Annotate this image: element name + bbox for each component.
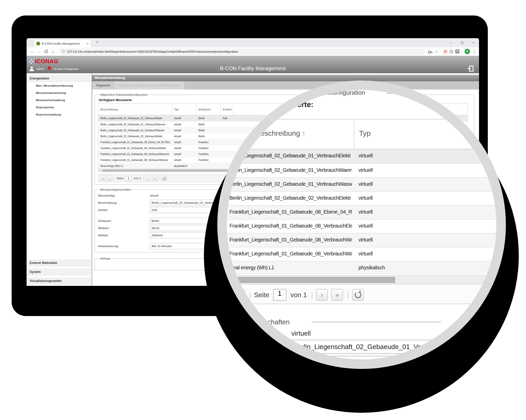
last-page-button[interactable]: » bbox=[152, 176, 157, 181]
fieldset-legend: Abfrage bbox=[99, 257, 111, 260]
new-tab-button[interactable]: + bbox=[94, 40, 100, 44]
browser-menu-icon[interactable]: ⋮ bbox=[472, 50, 476, 54]
profile-avatar[interactable]: D bbox=[465, 49, 470, 54]
einheit-label: Einheit: bbox=[98, 208, 150, 212]
toolbar-separator bbox=[462, 50, 462, 54]
sidebar-section-visualisierungsseiten[interactable]: Visualisierungsseiten bbox=[27, 278, 91, 285]
first-page-button[interactable]: « bbox=[100, 176, 106, 181]
magnifier-circle: Allgemeine Datenpunktkonfiguration Verfü… bbox=[217, 80, 506, 369]
view-tabs: Allgemein Erweiterte virtuelle Messwertk… bbox=[92, 81, 479, 90]
app-header: ICONAG admin 19 neue Ereignisse B-CON Fa… bbox=[27, 56, 479, 73]
back-button[interactable]: ← bbox=[29, 49, 36, 54]
bookmark-star-icon[interactable]: ☆ bbox=[435, 50, 438, 54]
home-button[interactable]: ⌂ bbox=[50, 49, 56, 54]
sidebar-item-reportverwaltung[interactable]: Reportverwaltung bbox=[27, 111, 92, 118]
mag-refresh-icon bbox=[355, 292, 361, 298]
logout-icon[interactable] bbox=[467, 66, 474, 72]
mag-von-label: von 1 bbox=[291, 291, 307, 299]
historisierung-label: Historiesierung: bbox=[98, 245, 150, 248]
column-header-beschreibung[interactable]: Beschreibung↑ bbox=[98, 104, 172, 115]
mag-column-beschreibung: Beschreibung↑ bbox=[256, 129, 306, 138]
sidebar-item-reportarchiv[interactable]: Reportarchiv bbox=[27, 104, 92, 111]
mag-beschreibung-field: Berlin_Liegenschaft_02_Gebaeude_01_Verbr… bbox=[289, 340, 433, 354]
seite-label: Seite bbox=[117, 177, 123, 180]
reload-button[interactable] bbox=[44, 50, 48, 53]
mag-table-row: Frankfurt_Liegenschaft_01_Gebaeude_08_Ve… bbox=[217, 233, 506, 247]
sidebar-item-messwertverwaltung[interactable]: Messwertverwaltung bbox=[27, 96, 92, 104]
sidebar: Energiedaten Man. Messdatenerfassung Mes… bbox=[27, 74, 92, 286]
mag-scrollbar bbox=[217, 275, 506, 285]
tab-close-icon[interactable]: × bbox=[87, 42, 89, 45]
magnifier-content: Allgemeine Datenpunktkonfiguration Verfü… bbox=[227, 90, 496, 359]
messwerttyp-value: virtuell bbox=[150, 194, 158, 197]
mag-table-row: Real energy (Wh) L1physikalisch bbox=[217, 261, 506, 275]
column-header-einheit[interactable]: Einheit bbox=[221, 104, 233, 115]
password-key-icon[interactable] bbox=[428, 50, 432, 54]
minimize-button[interactable]: – bbox=[445, 38, 456, 47]
close-button[interactable]: × bbox=[468, 38, 479, 47]
page-info-icon[interactable]: ⓘ bbox=[62, 49, 65, 54]
mag-table-row: Berlin_Liegenschaft_02_Gebaeude_01_Verbr… bbox=[217, 177, 506, 191]
prev-page-button[interactable]: ‹ bbox=[107, 176, 112, 181]
tab-allgemein[interactable]: Allgemein bbox=[92, 81, 114, 90]
sidebar-section-externe-webseiten[interactable]: Externe Webseiten bbox=[27, 260, 91, 266]
column-header-typ[interactable]: Typ bbox=[172, 104, 196, 115]
forward-button[interactable]: → bbox=[36, 49, 43, 54]
mag-next-page-button: › bbox=[316, 289, 328, 301]
sort-arrow-icon: ↑ bbox=[119, 108, 121, 111]
mag-table-row: Berlin_Liegenschaft_02_Gebaeude_01_Verbr… bbox=[217, 163, 506, 177]
mag-table-row: Frankfurt_Liegenschaft_01_Gebaeude_08_Ve… bbox=[217, 219, 506, 233]
mag-column-typ: Typ bbox=[359, 129, 371, 138]
wertart-label: Wertart: bbox=[98, 234, 150, 237]
maximize-icon bbox=[461, 42, 463, 44]
favicon-icon: B bbox=[36, 42, 40, 45]
page-title: Messwertverwaltung bbox=[92, 75, 479, 81]
refresh-button[interactable] bbox=[162, 176, 167, 181]
column-header-einbauort[interactable]: Einbauort bbox=[196, 104, 221, 115]
page-number-input[interactable] bbox=[125, 176, 132, 181]
maximize-button[interactable] bbox=[456, 38, 468, 47]
mag-page-number: 1 bbox=[273, 289, 286, 301]
w-extension-icon[interactable]: W bbox=[455, 50, 459, 53]
browser-tab[interactable]: B B-CON Facility Management × bbox=[34, 40, 91, 47]
mag-table-row: Berlin_Liegenschaft_02_Gebaeude_02_Verbr… bbox=[217, 191, 506, 205]
medium-label: Medium: bbox=[98, 227, 150, 230]
mag-last-page-button: » bbox=[331, 289, 343, 301]
mag-sort-arrow-icon: ↑ bbox=[302, 129, 306, 137]
sidebar-section-energiedaten[interactable]: Energiedaten bbox=[27, 75, 91, 82]
refresh-icon bbox=[163, 177, 166, 180]
von-label: von 1 bbox=[134, 177, 141, 180]
mag-table-body: Berlin_Liegenschaft_02_Gebaeude_01_Verbr… bbox=[217, 149, 506, 275]
circle-extension-icon[interactable] bbox=[450, 50, 453, 53]
next-page-button[interactable]: › bbox=[146, 176, 151, 181]
iconag-logo: ICONAG bbox=[29, 58, 58, 65]
mag-table-header: Beschreibung↑ Typ bbox=[217, 119, 506, 149]
mag-table-row: Berlin_Liegenschaft_02_Gebaeude_01_Verbr… bbox=[217, 149, 506, 163]
mag-refresh-button bbox=[352, 289, 364, 301]
sidebar-item-man-messdatenerfassung[interactable]: Man. Messdatenerfassung bbox=[27, 82, 92, 89]
app-title: B-CON Facility Management bbox=[27, 66, 479, 71]
scroll-left-icon[interactable]: ◄ bbox=[99, 169, 101, 171]
tab-title: B-CON Facility Management bbox=[42, 42, 85, 45]
messwerttyp-label: Messwerttyp: bbox=[98, 194, 150, 197]
address-bar[interactable]: ⓘ 127.0.0.1/b-con/portal/index.html#lang… bbox=[59, 49, 425, 55]
fieldset-legend: Messwerteigenschaften bbox=[99, 188, 132, 191]
browser-toolbar: ← → ⌂ ⓘ 127.0.0.1/b-con/portal/index.htm… bbox=[27, 47, 479, 56]
window-controls: – × bbox=[445, 38, 479, 47]
url-text: 127.0.0.1/b-con/portal/index.html#lang=d… bbox=[67, 50, 238, 53]
mag-messwerttyp-value: virtuell bbox=[291, 329, 311, 337]
tab-erweiterte-konfiguration[interactable]: Erweiterte virtuelle Messwertkonfigurati… bbox=[114, 81, 184, 90]
einbauort-label: Einbauort: bbox=[98, 219, 150, 222]
mag-legend-line bbox=[312, 322, 441, 322]
fieldset-legend: Allgemeine Datenpunktkonfiguration bbox=[99, 93, 149, 96]
browser-tab-strip: B B-CON Facility Management × + – × bbox=[27, 38, 479, 47]
beschreibung-label: Beschreibung: bbox=[98, 201, 150, 204]
adobe-extension-icon[interactable] bbox=[443, 50, 448, 54]
mag-seite-label: Seite bbox=[254, 291, 269, 299]
sidebar-section-system[interactable]: System bbox=[27, 269, 91, 276]
logo-grid-icon bbox=[29, 59, 34, 64]
mag-table-row: Frankfurt_Liegenschaft_01_Gebaeude_08_Eb… bbox=[217, 205, 506, 219]
sidebar-item-messwertauswertung[interactable]: Messwertauswertung bbox=[27, 89, 92, 96]
mag-table-row: Frankfurt_Liegenschaft_01_Gebaeude_08_Ve… bbox=[217, 247, 506, 261]
mag-pagination-bar: « ‹ | Seite 1 von 1 | › » | bbox=[217, 286, 506, 304]
